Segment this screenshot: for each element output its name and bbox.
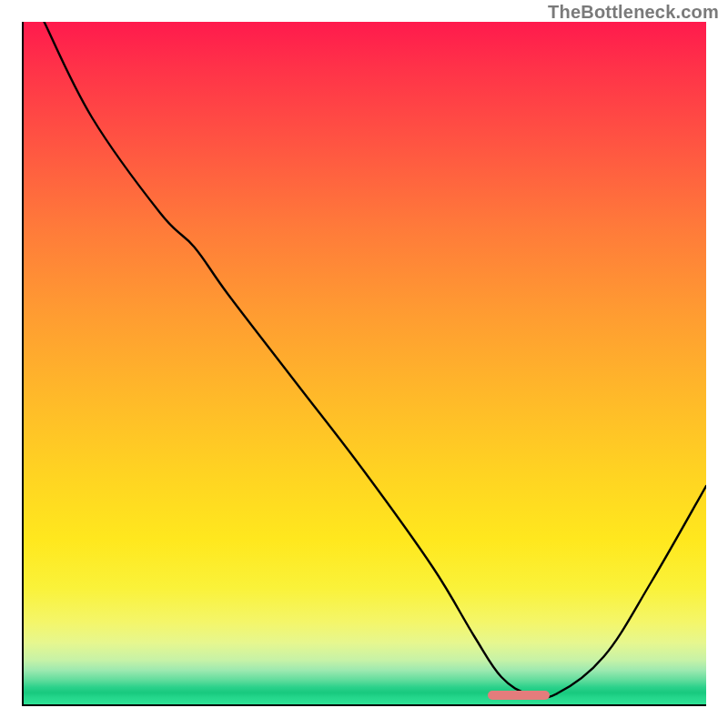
bottleneck-curve-path [45,22,707,698]
curve-svg [24,22,706,704]
bottleneck-chart: TheBottleneck.com [0,0,728,728]
optimal-range-marker [488,691,550,700]
plot-area [22,22,706,706]
watermark-text: TheBottleneck.com [548,2,719,23]
